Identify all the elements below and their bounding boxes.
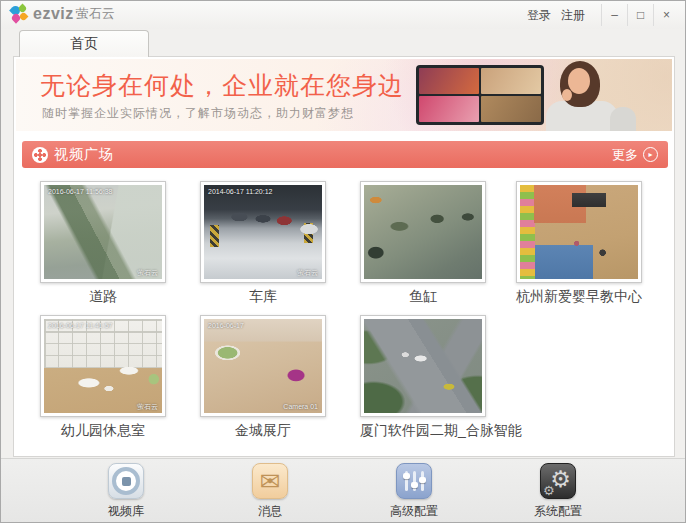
- film-reel-icon: [32, 147, 48, 163]
- toolbar-label: 系统配置: [534, 503, 582, 520]
- video-preview-intersection: [364, 319, 482, 413]
- titlebar: ezviz 萤石云 登录 注册 – □ ×: [1, 1, 685, 29]
- video-preview-road: 2016-06-17 11:56:38 萤石云: [44, 185, 162, 279]
- gear-icon: ⚙ ⚙: [540, 463, 576, 499]
- maximize-button[interactable]: □: [627, 4, 653, 26]
- video-thumbnail-fishtank[interactable]: 鱼缸: [360, 181, 486, 306]
- woman-graphic: [532, 61, 662, 131]
- logo-brand-text: ezviz: [33, 5, 74, 23]
- video-square-bar: 视频广场 更多 ▸: [22, 141, 668, 168]
- section-title: 视频广场: [54, 146, 114, 164]
- more-link[interactable]: 更多 ▸: [612, 146, 658, 164]
- timestamp-overlay: 2016-06-17 11:56:38: [48, 188, 112, 195]
- video-label: 厦门软件园二期_合脉智能: [360, 422, 486, 440]
- close-button[interactable]: ×: [653, 4, 679, 26]
- watermark-overlay: 萤石云: [137, 403, 158, 410]
- video-preview-daycare: [520, 185, 638, 279]
- logo-flower-icon: [11, 5, 29, 23]
- video-label: 道路: [40, 288, 166, 306]
- video-preview-garage: 2014-06-17 11:20:12 萤石云: [204, 185, 322, 279]
- camera-label-overlay: Camera 01: [283, 403, 318, 410]
- ezviz-logo: ezviz 萤石云: [11, 5, 115, 23]
- tab-home-label: 首页: [70, 35, 98, 53]
- toolbar-item-video-library[interactable]: 视频库: [54, 459, 198, 523]
- video-label: 车库: [200, 288, 326, 306]
- toolbar-label: 高级配置: [390, 503, 438, 520]
- banner-subtitle: 随时掌握企业实际情况，了解市场动态，助力财富梦想: [42, 105, 354, 122]
- video-label: 鱼缸: [360, 288, 486, 306]
- toolbar-label: 视频库: [108, 503, 144, 520]
- register-link[interactable]: 注册: [561, 7, 585, 24]
- tab-home[interactable]: 首页: [19, 30, 149, 57]
- video-thumbnail-road[interactable]: 2016-06-17 11:56:38 萤石云 道路: [40, 181, 166, 306]
- promo-banner[interactable]: 无论身在何处，企业就在您身边 随时掌握企业实际情况，了解市场动态，助力财富梦想: [16, 59, 672, 131]
- arrow-circle-icon: ▸: [643, 147, 658, 162]
- surveillance-monitor-graphic: [416, 65, 544, 125]
- watermark-overlay: 萤石云: [137, 269, 158, 276]
- window-buttons: – □ ×: [601, 4, 679, 26]
- toolbar-item-system-config[interactable]: ⚙ ⚙ 系统配置: [486, 459, 630, 523]
- logo-suffix-text: 萤石云: [76, 5, 115, 23]
- video-label: 幼儿园休息室: [40, 422, 166, 440]
- watermark-overlay: 萤石云: [297, 269, 318, 276]
- more-label: 更多: [612, 146, 638, 164]
- sliders-icon: [396, 463, 432, 499]
- app-window: ezviz 萤石云 登录 注册 – □ × 首页 无论身在何处，企业就在您身边 …: [0, 0, 686, 523]
- video-label: 金城展厅: [200, 422, 326, 440]
- video-thumbnail-showroom[interactable]: 2016-06-17 Camera 01 金城展厅: [200, 315, 326, 440]
- timestamp-overlay: 2016-06-17: [208, 322, 244, 329]
- video-thumbnail-intersection[interactable]: 厦门软件园二期_合脉智能: [360, 315, 486, 440]
- bottom-toolbar: 视频库 ✉ 消息 高级配置 ⚙ ⚙ 系统配置: [1, 458, 685, 523]
- video-label: 杭州新爱婴早教中心: [516, 288, 642, 306]
- video-thumbnail-kindergarten[interactable]: 2016-06-17 11:41:57 萤石云 幼儿园休息室: [40, 315, 166, 440]
- toolbar-item-advanced-config[interactable]: 高级配置: [342, 459, 486, 523]
- toolbar-item-messages[interactable]: ✉ 消息: [198, 459, 342, 523]
- login-link[interactable]: 登录: [527, 7, 551, 24]
- titlebar-controls: 登录 注册 – □ ×: [527, 1, 679, 29]
- message-envelope-icon: ✉: [252, 463, 288, 499]
- video-thumbnail-daycare[interactable]: 杭州新爱婴早教中心: [516, 181, 642, 306]
- banner-headline: 无论身在何处，企业就在您身边: [40, 69, 404, 102]
- video-preview-showroom: 2016-06-17 Camera 01: [204, 319, 322, 413]
- video-preview-fishtank: [364, 185, 482, 279]
- timestamp-overlay: 2016-06-17 11:41:57: [48, 322, 112, 329]
- video-preview-kindergarten: 2016-06-17 11:41:57 萤石云: [44, 319, 162, 413]
- video-thumbnail-garage[interactable]: 2014-06-17 11:20:12 萤石云 车库: [200, 181, 326, 306]
- timestamp-overlay: 2014-06-17 11:20:12: [208, 188, 272, 195]
- video-library-icon: [108, 463, 144, 499]
- toolbar-label: 消息: [258, 503, 282, 520]
- content-panel: 无论身在何处，企业就在您身边 随时掌握企业实际情况，了解市场动态，助力财富梦想 …: [13, 56, 675, 457]
- minimize-button[interactable]: –: [601, 4, 627, 26]
